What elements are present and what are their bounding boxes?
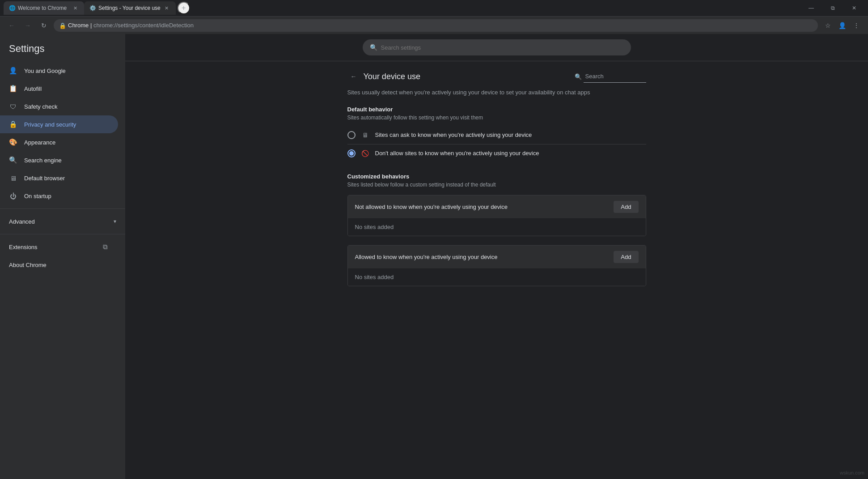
sidebar-item-autofill[interactable]: 📋 Autofill: [0, 80, 118, 97]
settings-search-container: 🔍: [125, 34, 868, 61]
sub-section-allowed: Allowed to know when you're actively usi…: [347, 245, 646, 286]
sidebar-label-on-startup: On startup: [24, 193, 109, 199]
sidebar-item-search-engine[interactable]: 🔍 Search engine: [0, 151, 118, 169]
option-block-icon: 🚫: [361, 149, 370, 158]
customized-behaviors-title: Customized behaviors: [347, 173, 646, 180]
page-search-icon: 🔍: [575, 73, 582, 80]
sidebar-divider: [0, 208, 125, 209]
page-search-input[interactable]: [584, 70, 646, 83]
sidebar-label-extensions: Extensions: [9, 244, 94, 250]
default-behavior-section: Default behavior Sites automatically fol…: [347, 106, 646, 162]
sidebar-label-autofill: Autofill: [24, 85, 109, 92]
no-sites-allowed: No sites added: [348, 268, 646, 286]
search-engine-icon: 🔍: [9, 156, 17, 164]
sidebar-label-default-browser: Default browser: [24, 175, 109, 182]
toolbar-right: ☆ 👤 ⋮: [821, 19, 863, 32]
tab-close-welcome[interactable]: ✕: [72, 4, 79, 12]
sidebar-item-privacy-security[interactable]: 🔒 Privacy and security: [0, 115, 118, 133]
page-header-left: ← Your device use: [347, 70, 420, 83]
safety-check-icon: 🛡: [9, 102, 17, 110]
sidebar-item-advanced[interactable]: Advanced ▾: [0, 212, 125, 230]
page-title: Your device use: [364, 72, 420, 81]
you-and-google-icon: 👤: [9, 67, 17, 75]
profile-button[interactable]: 👤: [836, 19, 848, 32]
sidebar-item-default-browser[interactable]: 🖥 Default browser: [0, 169, 118, 187]
tab-title-settings: Settings - Your device use: [98, 5, 161, 11]
sidebar-label-search-engine: Search engine: [24, 157, 109, 164]
customized-behaviors-section: Customized behaviors Sites listed below …: [347, 173, 646, 286]
default-behavior-subtitle: Sites automatically follow this setting …: [347, 114, 646, 121]
privacy-security-icon: 🔒: [9, 120, 17, 128]
default-behavior-title: Default behavior: [347, 106, 646, 113]
search-icon: 🔍: [370, 44, 377, 51]
forward-nav-button[interactable]: →: [21, 19, 34, 32]
no-sites-not-allowed: No sites added: [348, 218, 646, 236]
new-tab-button[interactable]: +: [178, 2, 190, 14]
sidebar-item-on-startup[interactable]: ⏻ On startup: [0, 187, 118, 205]
settings-container: Settings 👤 You and Google 📋 Autofill 🛡 S…: [0, 34, 868, 479]
bookmark-button[interactable]: ☆: [821, 19, 834, 32]
refresh-button[interactable]: ↻: [38, 19, 50, 32]
sidebar-label-about-chrome: About Chrome: [9, 262, 109, 268]
url-favicon-icon: 🔒: [59, 22, 65, 29]
on-startup-icon: ⏻: [9, 192, 17, 200]
add-not-allowed-button[interactable]: Add: [614, 201, 638, 213]
url-path: chrome://settings/content/idleDetection: [93, 22, 194, 29]
sub-section-allowed-header: Allowed to know when you're actively usi…: [348, 246, 646, 268]
sidebar-divider-2: [0, 234, 125, 234]
sidebar-label-privacy-security: Privacy and security: [24, 121, 109, 128]
url-bar[interactable]: 🔒 Chrome | chrome://settings/content/idl…: [54, 19, 818, 32]
main-content: 🔍 ← Your device use 🔍 Sites usually dete…: [125, 34, 868, 479]
menu-button[interactable]: ⋮: [850, 19, 863, 32]
minimize-button[interactable]: —: [801, 0, 821, 16]
appearance-icon: 🎨: [9, 138, 17, 146]
radio-block-inner: [349, 151, 354, 156]
address-bar: ← → ↻ 🔒 Chrome | chrome://settings/conte…: [0, 16, 868, 34]
tab-close-settings[interactable]: ✕: [163, 4, 170, 12]
radio-block[interactable]: [347, 149, 356, 157]
settings-search-bar[interactable]: 🔍: [363, 39, 631, 55]
sidebar-label-appearance: Appearance: [24, 139, 109, 146]
sidebar-label-you-and-google: You and Google: [24, 68, 109, 74]
sub-section-not-allowed: Not allowed to know when you're actively…: [347, 195, 646, 236]
url-origin: Chrome: [68, 22, 89, 29]
extensions-external-icon: ⧉: [101, 243, 109, 251]
customized-behaviors-desc: Sites listed below follow a custom setti…: [347, 182, 646, 188]
sub-section-allowed-title: Allowed to know when you're actively usi…: [355, 254, 498, 260]
sidebar-label-safety-check: Safety check: [24, 103, 109, 110]
advanced-chevron-icon: ▾: [114, 218, 116, 225]
page-search-wrap: 🔍: [575, 70, 646, 83]
default-browser-icon: 🖥: [9, 174, 17, 182]
tab-favicon-settings: ⚙️: [89, 5, 96, 11]
tab-title-welcome: Welcome to Chrome: [18, 5, 69, 11]
sidebar-item-appearance[interactable]: 🎨 Appearance: [0, 133, 118, 151]
back-nav-button[interactable]: ←: [5, 19, 18, 32]
restore-button[interactable]: ⧉: [822, 0, 843, 16]
sidebar-item-about-chrome[interactable]: About Chrome: [0, 256, 118, 274]
close-button[interactable]: ✕: [844, 0, 864, 16]
sidebar-title: Settings: [0, 38, 125, 62]
option-allow-icon: 🖥: [361, 131, 370, 140]
radio-allow[interactable]: [347, 131, 356, 139]
sidebar-item-safety-check[interactable]: 🛡 Safety check: [0, 97, 118, 115]
window-controls: — ⧉ ✕: [801, 0, 864, 16]
sidebar: Settings 👤 You and Google 📋 Autofill 🛡 S…: [0, 34, 125, 479]
tab-settings[interactable]: ⚙️ Settings - Your device use ✕: [84, 1, 176, 15]
sidebar-item-you-and-google[interactable]: 👤 You and Google: [0, 62, 118, 80]
tab-favicon-welcome: 🌐: [9, 5, 15, 11]
sub-section-not-allowed-header: Not allowed to know when you're actively…: [348, 195, 646, 218]
advanced-label: Advanced: [9, 218, 106, 225]
sidebar-item-extensions[interactable]: Extensions ⧉: [0, 238, 118, 256]
page-description: Sites usually detect when you're activel…: [347, 88, 646, 97]
url-text: Chrome | chrome://settings/content/idleD…: [68, 22, 813, 29]
page-back-button[interactable]: ←: [347, 70, 360, 83]
page-header: ← Your device use 🔍: [347, 70, 646, 83]
sub-section-not-allowed-title: Not allowed to know when you're actively…: [355, 203, 508, 210]
url-separator: |: [90, 22, 93, 29]
option-block-row[interactable]: 🚫 Don't allow sites to know when you're …: [347, 144, 646, 162]
add-allowed-button[interactable]: Add: [614, 251, 638, 263]
search-input[interactable]: [381, 44, 624, 51]
option-block-text: Don't allow sites to know when you're ac…: [375, 150, 646, 157]
option-allow-row[interactable]: 🖥 Sites can ask to know when you're acti…: [347, 126, 646, 144]
tab-welcome[interactable]: 🌐 Welcome to Chrome ✕: [4, 1, 84, 15]
